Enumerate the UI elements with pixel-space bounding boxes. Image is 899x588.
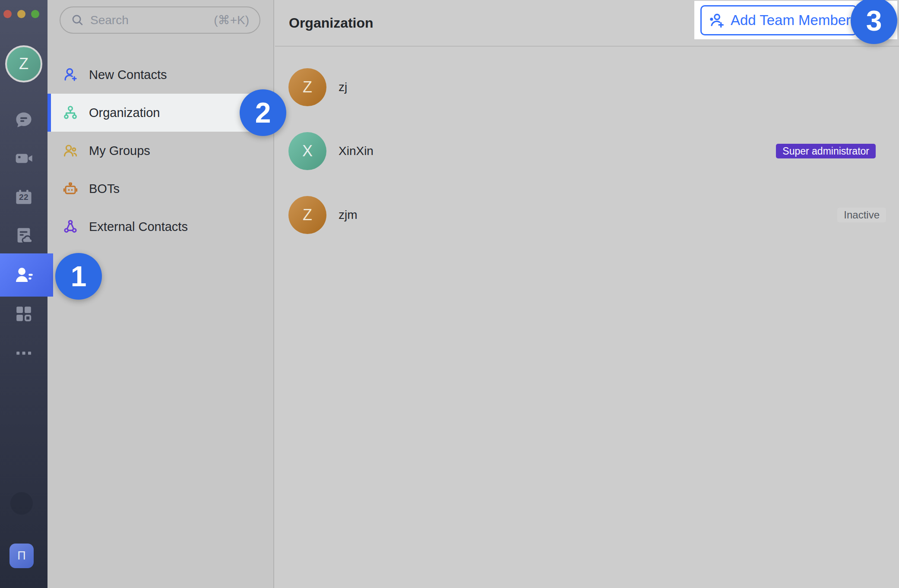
search-icon	[71, 13, 84, 27]
search-shortcut-hint: (⌘+K)	[214, 13, 249, 27]
contacts-menu: New Contacts Organization	[47, 56, 273, 246]
inactive-avatar-placeholder	[10, 492, 33, 515]
groups-icon	[62, 142, 79, 159]
chat-icon[interactable]	[12, 108, 36, 132]
sidebar-item-my-groups[interactable]: My Groups	[47, 132, 273, 170]
organization-panel: Organization Z zj X XinXin Super adminis…	[275, 0, 899, 588]
sidebar-item-label: BOTs	[89, 182, 120, 196]
member-row[interactable]: Z zjm Inactive	[275, 183, 899, 247]
user-avatar-initial: Z	[19, 55, 28, 73]
member-avatar: Z	[288, 196, 326, 234]
sidebar-item-label: My Groups	[89, 144, 150, 158]
sidebar-item-label: External Contacts	[89, 220, 188, 234]
network-icon	[62, 218, 79, 235]
member-row[interactable]: X XinXin Super administrator	[275, 119, 899, 183]
docs-icon[interactable]	[12, 223, 36, 247]
sidebar-item-label: New Contacts	[89, 68, 167, 82]
sidebar-item-bots[interactable]: BOTs	[47, 170, 273, 208]
secondary-account-initial: П	[17, 549, 25, 563]
zoom-button-icon[interactable]	[31, 10, 39, 18]
annotation-step-2: 2	[240, 89, 286, 136]
sidebar-item-new-contacts[interactable]: New Contacts	[47, 56, 273, 94]
annotation-step-number: 2	[255, 96, 271, 129]
annotation-step-number: 3	[866, 4, 882, 37]
close-button-icon[interactable]	[3, 10, 12, 18]
video-call-icon[interactable]	[12, 146, 36, 171]
sidebar-item-contacts-active[interactable]	[0, 253, 53, 297]
org-chart-icon	[62, 104, 79, 121]
search-placeholder: Search	[90, 13, 214, 27]
add-team-member-button[interactable]: Add Team Member	[700, 5, 857, 35]
search-input[interactable]: Search (⌘+K)	[60, 6, 260, 34]
calendar-day-label: 22	[12, 193, 36, 202]
member-avatar-initial: Z	[303, 78, 312, 96]
sidebar-item-external-contacts[interactable]: External Contacts	[47, 208, 273, 246]
member-row[interactable]: Z zj	[275, 55, 899, 119]
secondary-account-avatar[interactable]: П	[9, 544, 34, 568]
robot-icon	[62, 180, 79, 197]
more-icon[interactable]	[12, 341, 36, 365]
minimize-button-icon[interactable]	[17, 10, 25, 18]
annotation-step-number: 1	[71, 260, 87, 293]
sidebar-item-label: Organization	[89, 106, 160, 120]
person-add-icon	[62, 66, 79, 83]
app-window: Z 22	[0, 0, 899, 588]
role-badge: Super administrator	[776, 144, 876, 158]
add-team-member-label: Add Team Member	[731, 12, 851, 28]
member-avatar: Z	[288, 68, 326, 106]
member-name: zjm	[339, 183, 358, 247]
status-badge: Inactive	[837, 208, 886, 222]
calendar-icon[interactable]: 22	[12, 185, 36, 209]
user-avatar[interactable]: Z	[5, 45, 42, 82]
member-avatar-initial: X	[302, 142, 313, 160]
annotation-step-1: 1	[55, 253, 102, 300]
person-group-add-icon	[707, 11, 725, 29]
workspace-grid-icon[interactable]	[12, 302, 36, 326]
contacts-icon	[12, 263, 36, 287]
member-avatar-initial: Z	[303, 206, 312, 224]
member-name: zj	[339, 55, 347, 119]
page-title: Organization	[289, 15, 374, 31]
member-name: XinXin	[339, 119, 374, 183]
member-avatar: X	[288, 132, 326, 170]
